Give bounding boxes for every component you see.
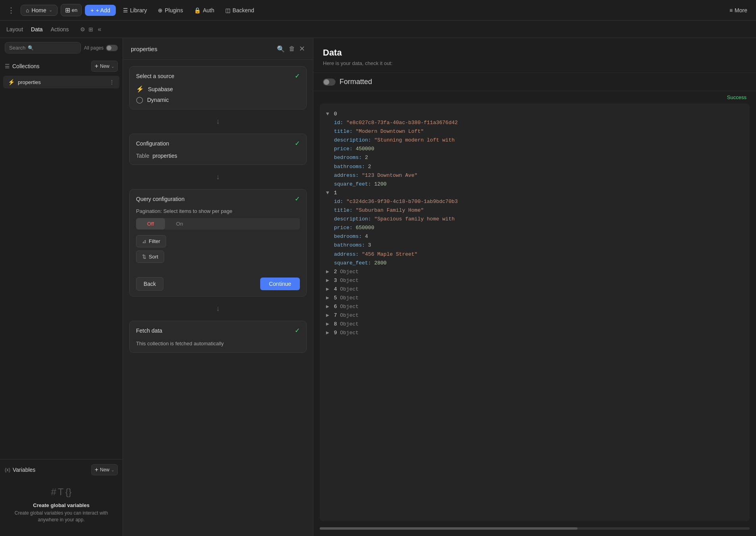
formatted-row: Formatted bbox=[313, 73, 756, 91]
right-title: Data bbox=[323, 48, 746, 58]
pagination-label: Pagination: Select items to show per pag… bbox=[136, 208, 300, 214]
plus-icon: + bbox=[95, 63, 98, 70]
settings-icon[interactable]: ⚙ bbox=[80, 26, 85, 33]
dynamic-option[interactable]: ◯ Dynamic bbox=[136, 96, 300, 103]
pagination-off-option[interactable]: Off bbox=[136, 218, 165, 230]
more-icon: ≡ bbox=[729, 7, 733, 13]
home-label: Home bbox=[31, 7, 46, 13]
filter-button[interactable]: ⊿ Filter bbox=[136, 235, 166, 247]
center-panel: properties 🔍 🗑 ✕ Select a source ✓ ⚡ Sup… bbox=[123, 38, 313, 536]
filter-icon: ⊿ bbox=[142, 238, 146, 244]
collapse-9-button[interactable]: ▶ bbox=[326, 330, 329, 336]
fetch-title: Fetch data bbox=[136, 327, 295, 334]
add-button[interactable]: + + Add bbox=[85, 5, 115, 16]
index-0: 0 bbox=[334, 111, 337, 117]
formatted-toggle[interactable] bbox=[323, 78, 336, 86]
table-label: Table bbox=[136, 153, 149, 159]
data-item-8: ▶ 8 Object bbox=[326, 320, 743, 329]
variables-header: (x) Variables + New ⌄ bbox=[5, 464, 118, 475]
lightning-icon: ⚡ bbox=[8, 79, 15, 85]
data-item-0: ▼ 0 bbox=[326, 110, 743, 119]
collapse-6-button[interactable]: ▶ bbox=[326, 304, 329, 310]
language-button[interactable]: ⊞ en bbox=[61, 4, 82, 16]
collections-header: ☰ Collections + New ⌄ bbox=[0, 57, 123, 75]
top-nav: ⋮ ⌂ Home ⌄ ⊞ en + + Add ☰ Library ⊕ Plug… bbox=[0, 0, 756, 21]
item-dots-icon[interactable]: ⋮ bbox=[109, 79, 115, 85]
index-1: 1 bbox=[334, 190, 337, 196]
variables-title: Variables bbox=[13, 467, 91, 473]
sidebar-search-row: Search 🔍 All pages bbox=[0, 38, 123, 57]
all-pages-row: All pages bbox=[84, 45, 118, 51]
field-bath-1: bathrooms: 3 bbox=[334, 241, 743, 250]
config-table-row: Table properties bbox=[136, 153, 300, 159]
search-input[interactable]: Search 🔍 bbox=[5, 42, 81, 54]
select-source-title: Select a source bbox=[136, 73, 295, 79]
create-vars-title: Create global variables bbox=[33, 502, 89, 508]
home-icon: ⌂ bbox=[26, 7, 29, 13]
fetch-data-section: Fetch data ✓ This collection is fetched … bbox=[129, 321, 307, 353]
close-icon[interactable]: ✕ bbox=[299, 44, 305, 53]
variables-new-label: New bbox=[100, 467, 109, 473]
field-bed-0: bedrooms: 2 bbox=[334, 153, 743, 162]
scrollbar[interactable] bbox=[320, 527, 750, 530]
all-pages-label: All pages bbox=[84, 45, 104, 51]
menu-dots-button[interactable]: ⋮ bbox=[5, 4, 17, 17]
collections-title: Collections bbox=[12, 63, 91, 69]
continue-button[interactable]: Continue bbox=[260, 278, 300, 290]
variables-section: (x) Variables + New ⌄ # T {} Create glob… bbox=[0, 459, 123, 536]
all-pages-toggle[interactable] bbox=[106, 45, 118, 51]
type-icon: T bbox=[58, 486, 64, 498]
main-layout: Search 🔍 All pages ☰ Collections + New ⌄… bbox=[0, 38, 756, 536]
actions-nav-item[interactable]: Actions bbox=[51, 25, 69, 34]
sort-label: Sort bbox=[149, 254, 158, 260]
backend-icon: ◫ bbox=[225, 7, 230, 13]
collapse-8-button[interactable]: ▶ bbox=[326, 321, 329, 327]
panel-trash-icon[interactable]: 🗑 bbox=[289, 45, 295, 53]
back-button[interactable]: Back bbox=[136, 277, 163, 291]
home-nav-button[interactable]: ⌂ Home ⌄ bbox=[21, 5, 58, 16]
pagination-on-option[interactable]: On bbox=[165, 218, 194, 230]
field-title-0: title: "Modern Downtown Loft" bbox=[334, 127, 743, 136]
field-id-1: id: "c324dc36-9f30-4c18-b700-1ab9bdc70b3 bbox=[334, 197, 743, 206]
collapsed-items: ▶ 2 Object▶ 3 Object▶ 4 Object▶ 5 Object… bbox=[326, 268, 743, 338]
variables-icons: # T {} bbox=[51, 486, 71, 498]
auth-button[interactable]: 🔒 Auth bbox=[190, 5, 218, 16]
chevron-down-icon: ⌄ bbox=[111, 468, 114, 472]
variables-new-button[interactable]: + New ⌄ bbox=[91, 464, 118, 475]
data-nav-item[interactable]: Data bbox=[31, 25, 43, 34]
create-vars-desc: Create global variables you can interact… bbox=[13, 510, 110, 523]
collapse-icon[interactable]: « bbox=[98, 26, 102, 33]
collapse-7-button[interactable]: ▶ bbox=[326, 312, 329, 318]
field-bed-1: bedrooms: 4 bbox=[334, 232, 743, 241]
plugins-icon: ⊕ bbox=[158, 7, 163, 13]
layout-nav-item[interactable]: Layout bbox=[6, 25, 23, 34]
library-button[interactable]: ☰ Library bbox=[119, 5, 151, 16]
collections-new-button[interactable]: + New ⌄ bbox=[91, 61, 118, 72]
collections-icon: ☰ bbox=[5, 63, 10, 69]
more-button[interactable]: ≡ More bbox=[725, 5, 751, 16]
sort-button[interactable]: ⇅ Sort bbox=[136, 251, 164, 263]
supabase-option[interactable]: ⚡ Supabase bbox=[136, 85, 300, 93]
config-check-icon: ✓ bbox=[295, 140, 300, 147]
config-title: Configuration bbox=[136, 140, 295, 147]
data-item-3: ▶ 3 Object bbox=[326, 276, 743, 285]
collapse-0-button[interactable]: ▼ bbox=[326, 111, 329, 117]
collapse-2-button[interactable]: ▶ bbox=[326, 269, 329, 275]
collapse-4-button[interactable]: ▶ bbox=[326, 286, 329, 292]
field-id-0: id: "e8c027c8-73fa-40ac-b380-f11a3676d42 bbox=[334, 119, 743, 127]
collapse-5-button[interactable]: ▶ bbox=[326, 295, 329, 301]
collapse-3-button[interactable]: ▶ bbox=[326, 278, 329, 283]
panel-title: properties bbox=[131, 46, 277, 52]
right-subtitle: Here is your data, check it out: bbox=[323, 60, 746, 66]
select-source-section: Select a source ✓ ⚡ Supabase ◯ Dynamic bbox=[129, 66, 307, 109]
arrow-down-3: ↓ bbox=[123, 303, 313, 314]
field-sqft-1: square_feet: 2800 bbox=[334, 259, 743, 268]
plugins-button[interactable]: ⊕ Plugins bbox=[154, 5, 187, 16]
collapse-1-button[interactable]: ▼ bbox=[326, 190, 329, 196]
panel-search-icon[interactable]: 🔍 bbox=[277, 45, 285, 53]
arrow-down-2: ↓ bbox=[123, 171, 313, 183]
grid-icon[interactable]: ⊞ bbox=[88, 26, 93, 33]
backend-button[interactable]: ◫ Backend bbox=[221, 5, 258, 16]
properties-collection-item[interactable]: ⚡ properties ⋮ bbox=[3, 76, 119, 88]
field-desc-0: description: "Stunning modern loft with bbox=[334, 136, 743, 145]
